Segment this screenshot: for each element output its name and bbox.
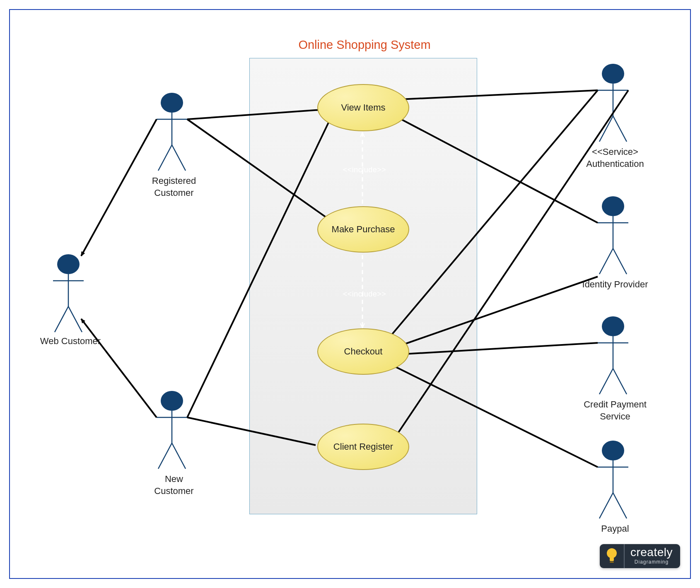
usecase-label: Make Purchase <box>332 224 395 235</box>
include-label-b: <<include>> <box>340 290 389 299</box>
usecase-make-purchase: Make Purchase <box>317 206 409 253</box>
label-registered-customer: Registered Customer <box>133 175 215 199</box>
label-paypal: Paypal <box>588 523 642 535</box>
include-label-a: <<include>> <box>340 166 389 174</box>
label-web-customer: Web Customer <box>29 335 112 347</box>
svg-rect-36 <box>610 557 614 561</box>
svg-rect-37 <box>610 561 614 563</box>
bulb-icon <box>600 544 624 568</box>
usecase-checkout: Checkout <box>317 328 409 375</box>
brand-tagline: Diagramming <box>630 559 673 565</box>
system-title: Online Shopping System <box>290 38 439 52</box>
label-new-customer: New Customer <box>133 473 215 497</box>
usecase-label: Checkout <box>344 346 383 357</box>
badge-text: creately Diagramming <box>624 544 680 568</box>
brand-name: creately <box>630 547 673 558</box>
usecase-label: Client Register <box>333 441 393 452</box>
label-authentication: <<Service> Authentication <box>572 146 659 170</box>
label-credit-payment: Credit Payment Service <box>572 399 659 422</box>
svg-point-35 <box>607 548 617 558</box>
label-identity-provider: Identity Provider <box>572 279 659 291</box>
usecase-view-items: View Items <box>317 84 409 131</box>
diagram-canvas: Online Shopping System <box>0 0 700 588</box>
usecase-label: View Items <box>341 102 385 113</box>
usecase-client-register: Client Register <box>317 424 409 470</box>
creately-badge: creately Diagramming <box>600 544 680 568</box>
